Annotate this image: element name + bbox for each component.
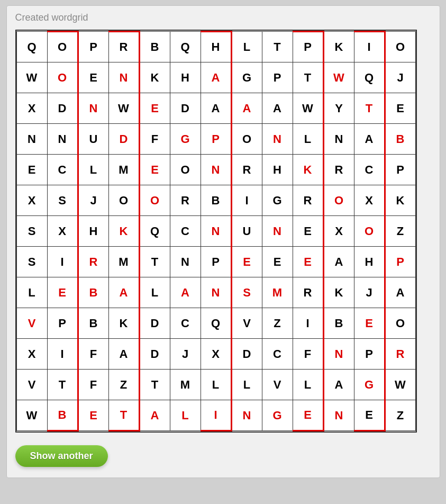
grid-cell: T (47, 370, 78, 400)
grid-cell: P (354, 339, 385, 370)
grid-cell: P (385, 247, 415, 277)
grid-cell: W (293, 93, 323, 124)
grid-cell: V (262, 370, 293, 400)
grid-cell: G (170, 124, 201, 155)
grid-cell: E (47, 277, 78, 308)
grid-cell: O (385, 32, 415, 62)
grid-cell: T (262, 32, 293, 62)
grid-cell: H (78, 216, 108, 247)
grid-cell: X (16, 185, 47, 216)
grid-cell: S (47, 185, 78, 216)
grid-cell: Q (139, 216, 170, 247)
show-another-button[interactable]: Show another (15, 445, 108, 467)
grid-cell: Z (385, 216, 415, 247)
grid-cell: N (262, 216, 293, 247)
grid-cell: N (108, 62, 139, 93)
grid-cell: G (354, 370, 385, 400)
grid-cell: J (78, 185, 108, 216)
grid-cell: G (231, 62, 262, 93)
grid-cell: X (201, 339, 231, 370)
grid-cell: O (231, 124, 262, 155)
grid-cell: B (323, 308, 354, 339)
grid-cell: L (293, 124, 323, 155)
grid-cell: E (139, 155, 170, 185)
grid-cell: F (78, 339, 108, 370)
grid-cell: M (108, 155, 139, 185)
grid-cell: V (231, 308, 262, 339)
grid-cell: R (293, 277, 323, 308)
grid-cell: K (323, 277, 354, 308)
grid-cell: B (78, 277, 108, 308)
grid-cell: N (47, 124, 78, 155)
grid-cell: A (201, 93, 231, 124)
grid-cell: W (16, 400, 47, 431)
grid-cell: P (262, 62, 293, 93)
grid-cell: O (385, 308, 415, 339)
grid-cell: C (354, 155, 385, 185)
grid-cell: D (170, 93, 201, 124)
grid-cell: O (139, 185, 170, 216)
grid-cell: L (170, 400, 201, 431)
grid-cell: R (170, 185, 201, 216)
grid-cell: L (293, 370, 323, 400)
grid-cell: I (231, 185, 262, 216)
grid-cell: R (78, 247, 108, 277)
grid-cell: Z (385, 400, 415, 431)
grid-cell: M (262, 277, 293, 308)
grid-cell: J (385, 62, 415, 93)
grid-cell: K (323, 32, 354, 62)
grid-cell: N (201, 155, 231, 185)
grid-cell: A (262, 93, 293, 124)
grid-cell: Q (16, 32, 47, 62)
grid-cell: I (47, 247, 78, 277)
grid-cell: E (293, 247, 323, 277)
grid-cell: W (385, 370, 415, 400)
grid-cell: E (262, 247, 293, 277)
grid-cell: O (323, 185, 354, 216)
grid-cell: M (108, 247, 139, 277)
grid-cell: N (201, 216, 231, 247)
grid-cell: A (139, 400, 170, 431)
grid-cell: J (354, 277, 385, 308)
grid-cell: L (78, 155, 108, 185)
grid-cell: Q (201, 308, 231, 339)
grid-cell: C (170, 308, 201, 339)
grid-cell: T (108, 400, 139, 431)
grid-cell: S (231, 277, 262, 308)
grid-cell: P (201, 124, 231, 155)
grid-cell: B (78, 308, 108, 339)
grid-cell: S (16, 216, 47, 247)
grid-cell: D (108, 124, 139, 155)
grid-cell: A (231, 93, 262, 124)
grid-cell: B (139, 32, 170, 62)
grid-cell: O (108, 185, 139, 216)
grid-cell: W (108, 93, 139, 124)
grid-cell: P (47, 308, 78, 339)
grid-cell: L (231, 370, 262, 400)
grid-cell: A (354, 124, 385, 155)
grid-cell: K (385, 185, 415, 216)
grid-cell: N (231, 400, 262, 431)
grid-cell: N (170, 247, 201, 277)
grid-cell: R (293, 185, 323, 216)
grid-table: QOPRBQHLTPKIOWOENKHAGPTWQJXDNWEDAAAWYTEN… (16, 31, 416, 431)
grid-cell: G (262, 400, 293, 431)
grid-cell: F (139, 124, 170, 155)
grid-cell: T (139, 247, 170, 277)
grid-cell: A (108, 277, 139, 308)
grid-cell: B (47, 400, 78, 431)
grid-cell: E (385, 93, 415, 124)
grid-cell: T (293, 62, 323, 93)
grid-cell: Z (262, 308, 293, 339)
grid-cell: H (201, 32, 231, 62)
grid-cell: W (16, 62, 47, 93)
grid-cell: P (201, 247, 231, 277)
grid-cell: L (231, 32, 262, 62)
grid-cell: E (78, 62, 108, 93)
grid-cell: P (293, 32, 323, 62)
grid-cell: D (231, 339, 262, 370)
grid-cell: O (354, 216, 385, 247)
grid-cell: D (139, 308, 170, 339)
grid-cell: D (47, 93, 78, 124)
grid-cell: I (201, 400, 231, 431)
